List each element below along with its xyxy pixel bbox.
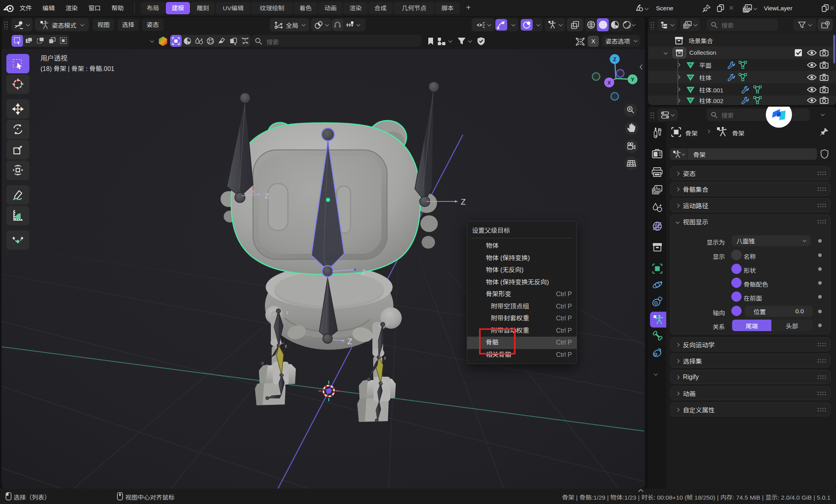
svg-text:Z: Z (613, 56, 616, 62)
svg-text:Z: Z (265, 192, 269, 200)
svg-text:z: z (285, 343, 287, 348)
svg-text:z: z (384, 355, 386, 360)
svg-text:x: x (273, 312, 275, 316)
svg-text:z: z (286, 310, 289, 315)
svg-text:z: z (386, 321, 389, 326)
svg-text:Y: Y (631, 77, 635, 82)
svg-text:z: z (385, 381, 388, 386)
svg-text:X: X (608, 80, 611, 86)
svg-text:x: x (378, 323, 380, 328)
svg-text:x: x (376, 357, 378, 362)
svg-text:Z: Z (362, 268, 366, 276)
svg-text:Z: Z (347, 337, 352, 346)
svg-text:用户透视: 用户透视 (40, 55, 67, 62)
svg-text:z: z (286, 377, 288, 381)
svg-text:X: X (251, 189, 255, 195)
svg-text:(18) 骨架 | 骨架 : 骨骼.001: (18) 骨架 | 骨架 : 骨骼.001 (40, 65, 115, 72)
svg-text:Z: Z (461, 197, 466, 206)
svg-text:x: x (274, 345, 276, 350)
